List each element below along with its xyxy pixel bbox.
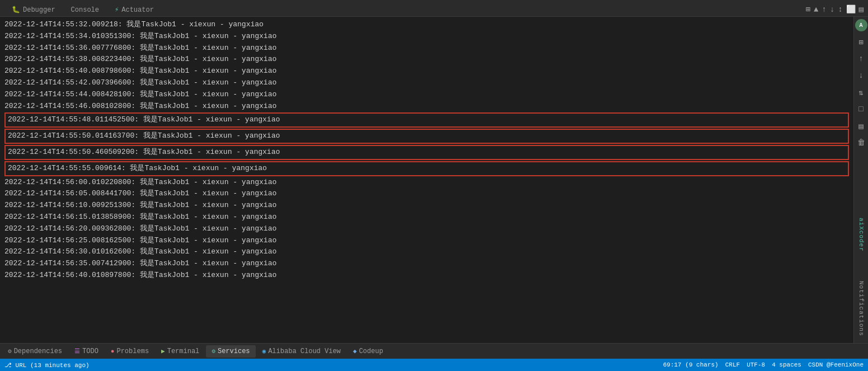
avatar[interactable]: A [855,19,867,31]
log-line: 2022-12-14T14:56:35.007412900: 我是TaskJob… [4,258,849,270]
tab-terminal-label: Terminal [167,347,200,355]
log-line: 2022-12-14T14:55:36.007776800: 我是TaskJob… [4,43,849,54]
tab-problems[interactable]: ● Problems [105,345,154,358]
log-line: 2022-12-14T14:55:40.008798600: 我是TaskJob… [4,65,849,77]
console-output[interactable]: 2022-12-14T14:55:32.009218: 我是TaskJob1 -… [0,17,853,343]
status-left: ⎇ URL (13 minutes ago) [4,361,90,369]
toolbar-icon-5[interactable]: ↕ [838,5,842,14]
tab-actuator[interactable]: ⚡ Actuator [107,2,161,17]
tab-codeup[interactable]: ◆ Codeup [348,345,389,358]
toolbar-icon-2[interactable]: ▲ [814,5,818,14]
sidebar-aixcoder[interactable]: aiXcoder [858,213,865,256]
toolbar-icon-1[interactable]: ⊞ [806,4,810,14]
sidebar-icon-swap[interactable]: ⇅ [855,86,867,98]
tab-actuator-label: Actuator [121,6,154,14]
log-line: 2022-12-14T14:55:34.010351300: 我是TaskJob… [4,31,849,43]
toolbar-icon-6[interactable]: ⬜ [846,4,856,14]
tab-alibaba[interactable]: ◉ Alibaba Cloud View [257,345,346,358]
tab-todo-label: TODO [82,347,98,355]
status-bar: ⎇ URL (13 minutes ago) 69:17 (9 chars) C… [0,359,868,371]
log-line: 2022-12-14T14:56:15.013858900: 我是TaskJob… [4,212,849,223]
toolbar-icon-3[interactable]: ↑ [822,5,826,14]
main-area: 2022-12-14T14:55:32.009218: 我是TaskJob1 -… [0,17,868,343]
tab-console[interactable]: Console [64,3,106,17]
debugger-icon: 🐛 [12,6,20,14]
top-tab-bar: 🐛 Debugger Console ⚡ Actuator ⊞ ▲ ↑ ↓ ↕ … [0,0,868,17]
encoding[interactable]: UTF-8 [747,361,765,368]
log-line: 2022-12-14T14:56:00.010220800: 我是TaskJob… [4,177,849,189]
indent[interactable]: 4 spaces [772,361,801,368]
tab-dependencies-label: Dependencies [14,347,62,355]
bottom-tab-bar: ⚙ Dependencies ☰ TODO ● Problems ▶ Termi… [0,343,868,359]
log-line: 2022-12-14T14:55:48.011452500: 我是TaskJob… [4,112,849,128]
tab-dependencies[interactable]: ⚙ Dependencies [2,345,68,358]
tab-terminal[interactable]: ▶ Terminal [156,345,205,358]
log-line: 2022-12-14T14:55:46.008102800: 我是TaskJob… [4,101,849,112]
alibaba-icon: ◉ [262,347,266,355]
actuator-icon: ⚡ [115,6,119,14]
log-line: 2022-12-14T14:56:20.009362800: 我是TaskJob… [4,223,849,235]
problems-icon: ● [111,348,115,355]
terminal-icon: ▶ [161,347,165,355]
sidebar-icon-square[interactable]: □ [855,103,867,115]
toolbar-icon-7[interactable]: ▤ [859,4,864,14]
log-line: 2022-12-14T14:55:42.007396600: 我是TaskJob… [4,77,849,89]
log-line: 2022-12-14T14:56:05.008441700: 我是TaskJob… [4,188,849,200]
cursor-position: 69:17 (9 chars) [663,361,719,368]
sidebar-icon-up[interactable]: ↑ [855,53,867,65]
dependencies-icon: ⚙ [8,347,12,355]
right-sidebar: A ⊞ ↑ ↓ ⇅ □ ▤ 🗑 aiXcoder Notifications [853,17,868,343]
toolbar-icon-4[interactable]: ↓ [830,5,834,14]
status-right: 69:17 (9 chars) CRLF UTF-8 4 spaces CSDN… [663,361,864,368]
services-icon: ⚙ [212,347,215,355]
log-line: 2022-12-14T14:56:30.010162600: 我是TaskJob… [4,246,849,258]
tab-todo[interactable]: ☰ TODO [69,345,104,358]
tab-problems-label: Problems [116,347,149,355]
log-line: 2022-12-14T14:55:38.008223400: 我是TaskJob… [4,54,849,65]
log-line: 2022-12-14T14:56:10.009251300: 我是TaskJob… [4,200,849,212]
todo-icon: ☰ [74,347,80,355]
tab-codeup-label: Codeup [359,347,383,355]
tab-console-label: Console [71,6,99,14]
log-line: 2022-12-14T14:55:50.014163700: 我是TaskJob… [4,129,849,144]
sidebar-icon-list[interactable]: ▤ [855,120,867,132]
log-line: 2022-12-14T14:55:55.009614: 我是TaskJob1 -… [4,161,849,176]
log-line: 2022-12-14T14:56:40.010897800: 我是TaskJob… [4,270,849,281]
line-ending[interactable]: CRLF [725,361,740,368]
tab-services-label: Services [218,347,250,355]
sidebar-icon-grid[interactable]: ⊞ [855,36,867,48]
tab-debugger-label: Debugger [23,6,55,14]
log-line: 2022-12-14T14:56:25.008162500: 我是TaskJob… [4,235,849,247]
sidebar-icon-down[interactable]: ↓ [855,69,867,82]
tab-services[interactable]: ⚙ Services [206,345,255,358]
sidebar-icon-trash[interactable]: 🗑 [855,137,867,149]
log-line: 2022-12-14T14:55:32.009218: 我是TaskJob1 -… [4,19,849,31]
sidebar-notifications[interactable]: Notifications [858,276,865,341]
tab-alibaba-label: Alibaba Cloud View [268,347,341,355]
git-branch[interactable]: ⎇ URL (13 minutes ago) [4,361,90,369]
codeup-icon: ◆ [353,347,357,355]
tab-debugger[interactable]: 🐛 Debugger [4,2,63,17]
log-line: 2022-12-14T14:55:44.008428100: 我是TaskJob… [4,89,849,101]
brand: CSDN @FeenixOne [808,361,864,368]
log-line: 2022-12-14T14:55:50.460509200: 我是TaskJob… [4,145,849,160]
